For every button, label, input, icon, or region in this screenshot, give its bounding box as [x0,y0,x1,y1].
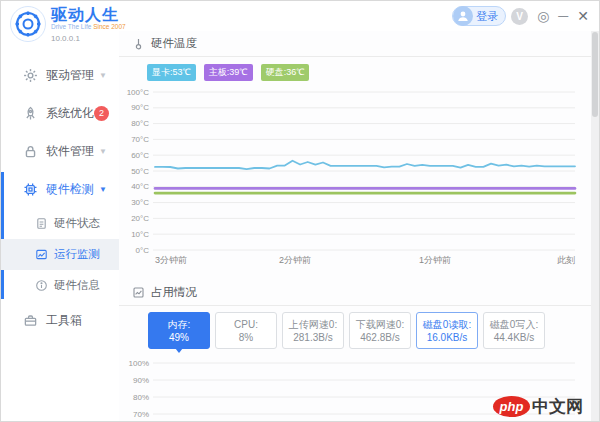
scrollbar-thumb[interactable] [592,32,598,117]
minimize-button[interactable]: ─ [558,6,568,26]
svg-text:0°C: 0°C [136,246,150,255]
usage-card-disk-write[interactable]: 磁盘0写入: 44.4KB/s [483,312,545,349]
sidebar-subitem-label: 硬件状态 [54,216,100,231]
sidebar-subitem-label: 硬件信息 [54,278,100,293]
temperature-section-title: 硬件温度 [151,36,197,51]
usage-card-value: 44.4KB/s [494,331,535,344]
sidebar-item-toolbox[interactable]: 工具箱 [1,301,119,339]
svg-text:40°C: 40°C [131,182,149,191]
sidebar-item-label: 软件管理 [46,143,94,160]
usage-card-value: 281.3B/s [293,331,332,344]
sidebar-item-driver-management[interactable]: 驱动管理 ▼ [1,56,119,94]
usage-card-cpu[interactable]: CPU: 8% [215,312,277,349]
rocket-icon [23,106,38,121]
chevron-down-icon: ▼ [99,147,107,156]
close-button[interactable]: ✕ [577,8,589,24]
brand-name: 驱动人生 [51,6,126,23]
legend-chip-disk[interactable]: 硬盘:36℃ [261,64,310,81]
usage-card-value: 462.8B/s [360,331,399,344]
svg-text:100%: 100% [129,359,149,368]
php-watermark: php 中文网 [493,395,583,418]
svg-text:90%: 90% [133,376,149,385]
svg-text:20°C: 20°C [131,214,149,223]
svg-text:60°C: 60°C [131,151,149,160]
brand-text: 驱动人生 Drive The Life Since 2007 10.0.0.1 [51,6,126,43]
sidebar-item-software-management[interactable]: 软件管理 ▼ [1,132,119,170]
brand-tagline: Drive The Life Since 2007 [51,23,126,31]
toolbox-icon [23,313,38,328]
svg-text:1分钟前: 1分钟前 [419,255,451,265]
watermark-text: 中文网 [532,395,583,418]
usage-card-disk-read[interactable]: 磁盘0读取: 16.0KB/s [416,312,478,349]
avatar-icon [453,6,473,26]
titlebar: 驱动人生 Drive The Life Since 2007 10.0.0.1 … [1,1,599,31]
chip-icon [23,182,38,197]
usage-card-label: 内存: [168,318,191,331]
usage-card-label: 下载网速0: [356,318,404,331]
titlebar-controls: 登录 V ◎ ─ ✕ [452,6,589,26]
login-label: 登录 [476,9,498,24]
usage-card-memory[interactable]: 内存: 49% [148,312,210,349]
login-button[interactable]: 登录 [452,6,506,26]
sidebar-item-label: 硬件检测 [46,181,94,198]
usage-card-label: 磁盘0写入: [490,318,538,331]
sidebar-item-system-optimization[interactable]: 系统优化 2 [1,94,119,132]
thermometer-icon [132,37,145,50]
svg-text:此刻: 此刻 [557,255,575,265]
usage-section-header: 占用情况 [119,280,591,306]
gear-icon [23,68,38,83]
usage-card-value: 49% [169,331,189,344]
usage-card-label: 上传网速0: [289,318,337,331]
settings-icon[interactable]: ◎ [537,6,549,26]
vip-badge-icon[interactable]: V [511,8,528,25]
lock-icon [23,144,38,159]
sidebar-group-hardware-detection: 硬件检测 ▼ 硬件状态 运行监测 [1,170,119,301]
sidebar-subitem-hardware-info[interactable]: 硬件信息 [1,270,119,301]
usage-chart-icon [132,286,145,299]
app-window: 驱动人生 Drive The Life Since 2007 10.0.0.1 … [0,0,600,422]
sidebar-subitem-hardware-status[interactable]: 硬件状态 [1,208,119,239]
temperature-chart: 100°C90°C80°C70°C60°C50°C40°C30°C20°C10°… [119,86,591,272]
usage-card-value: 8% [239,331,253,344]
svg-text:90°C: 90°C [131,103,149,112]
usage-card-upload[interactable]: 上传网速0: 281.3B/s [282,312,344,349]
svg-text:50°C: 50°C [131,167,149,176]
usage-cards: 内存: 49% CPU: 8% 上传网速0: 281.3B/s 下载网速0: 4… [148,312,591,349]
legend-chip-gpu[interactable]: 显卡:53℃ [147,64,196,81]
usage-section-title: 占用情况 [151,285,197,300]
php-logo-icon: php [493,396,530,417]
svg-text:2分钟前: 2分钟前 [279,255,311,265]
usage-card-download[interactable]: 下载网速0: 462.8B/s [349,312,411,349]
chevron-down-icon: ▼ [99,185,107,194]
brand-since: Since 2007 [93,23,126,30]
usage-card-label: CPU: [234,318,258,331]
svg-text:70%: 70% [133,410,149,419]
svg-text:100°C: 100°C [127,88,150,97]
app-logo-gear-icon [10,6,46,42]
svg-text:30°C: 30°C [131,198,149,207]
sidebar-subitem-running-monitor[interactable]: 运行监测 [1,239,119,270]
notification-badge: 2 [94,106,109,121]
scrollbar[interactable] [591,31,599,421]
sidebar-item-label: 工具箱 [46,312,82,329]
main-content: 硬件温度 显卡:53℃ 主板:39℃ 硬盘:36℃ 100°C90°C80°C7… [119,31,591,421]
svg-text:10°C: 10°C [131,230,149,239]
info-icon [35,279,48,292]
svg-text:80%: 80% [133,393,149,402]
app-version: 10.0.0.1 [51,34,126,43]
sidebar-item-hardware-detection[interactable]: 硬件检测 ▼ [1,170,119,208]
svg-text:3分钟前: 3分钟前 [155,255,187,265]
sidebar-item-label: 系统优化 [46,105,94,122]
sidebar: 驱动管理 ▼ 系统优化 2 软件管理 ▼ [1,56,119,421]
sidebar-item-label: 驱动管理 [46,67,94,84]
usage-card-label: 磁盘0读取: [423,318,471,331]
document-chart-icon [35,217,48,230]
legend-chip-motherboard[interactable]: 主板:39℃ [204,64,253,81]
chevron-down-icon: ▼ [99,71,107,80]
line-chart-icon [35,248,48,261]
svg-text:80°C: 80°C [131,119,149,128]
temperature-section-header: 硬件温度 [119,31,591,57]
sidebar-subitem-label: 运行监测 [54,247,100,262]
app-logo: 驱动人生 Drive The Life Since 2007 10.0.0.1 [10,6,126,43]
svg-text:70°C: 70°C [131,135,149,144]
